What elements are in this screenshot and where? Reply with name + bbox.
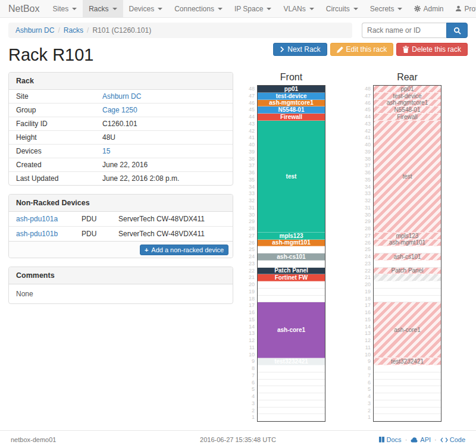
- unit-number: 31: [243, 205, 255, 212]
- nav-item-vlans[interactable]: VLANs: [277, 0, 320, 17]
- rack-info-panel: Rack SiteAshburn DCGroupCage 1250Facilit…: [8, 72, 233, 186]
- rack-device-front[interactable]: Fortinet FW: [258, 274, 325, 281]
- rack-device-front[interactable]: test: [258, 121, 325, 233]
- brand-logo[interactable]: NetBox: [8, 0, 39, 17]
- rack-device-rear[interactable]: Firewall: [374, 114, 441, 121]
- empty-unit: [258, 296, 325, 303]
- rear-unit-ruler: 4847464544434241403938373635343332313029…: [359, 86, 371, 422]
- rear-elevation: Rear 48474645444342414039383736353433323…: [359, 72, 441, 422]
- rack-device-rear[interactable]: test3232421: [374, 358, 441, 365]
- unit-number: 47: [243, 93, 255, 100]
- nav-item-profile[interactable]: Profile: [449, 0, 476, 17]
- unit-number: 34: [243, 184, 255, 191]
- breadcrumb-link[interactable]: Racks: [64, 26, 83, 35]
- rack-device-rear[interactable]: ash-core1: [374, 302, 441, 358]
- attr-value-link[interactable]: Ashburn DC: [102, 92, 141, 101]
- rack-device-front[interactable]: ash-mgmt101: [258, 240, 325, 247]
- main-menu: SitesRacksDevicesConnectionsIP SpaceVLAN…: [46, 0, 408, 17]
- unit-number: 30: [243, 212, 255, 219]
- add-nonracked-device-button[interactable]: + Add a non-racked device: [140, 245, 228, 255]
- rack-device-front[interactable]: ash-core1: [258, 302, 325, 358]
- attr-label: Group: [9, 104, 95, 117]
- empty-unit: [374, 372, 441, 380]
- empty-unit: [374, 261, 441, 268]
- caret-down-icon: [397, 8, 402, 10]
- breadcrumb-link[interactable]: Ashburn DC: [15, 26, 54, 35]
- rack-device-rear[interactable]: mpls123: [374, 233, 441, 240]
- rack-device-front[interactable]: pp01: [258, 86, 325, 93]
- unit-number: 2: [359, 408, 371, 415]
- unit-number: 17: [359, 302, 371, 309]
- nav-item-devices[interactable]: Devices: [123, 0, 169, 17]
- nav-item-circuits[interactable]: Circuits: [320, 0, 364, 17]
- user-icon: [455, 5, 462, 12]
- caret-down-icon: [267, 8, 271, 10]
- rack-device-rear[interactable]: [374, 274, 441, 281]
- rack-device-front[interactable]: Firewall: [258, 114, 325, 121]
- unit-number: 4: [243, 393, 255, 400]
- rack-search: [362, 23, 468, 38]
- unit-number: 48: [359, 86, 371, 93]
- rack-device-front[interactable]: test3232421: [258, 358, 325, 365]
- footer-hostname: netbox-demo01: [11, 436, 153, 443]
- rack-attr-row: GroupCage 1250: [9, 104, 233, 117]
- nav-item-ip-space[interactable]: IP Space: [228, 0, 277, 17]
- nav-item-connections[interactable]: Connections: [168, 0, 228, 17]
- rack-device-front[interactable]: ash-cs101: [258, 253, 325, 261]
- device-link[interactable]: ash-pdu101b: [16, 230, 58, 238]
- nav-item-label: VLANs: [283, 0, 305, 18]
- rack-device-front[interactable]: ash-mgmtcore1: [258, 100, 325, 107]
- unit-number: 41: [359, 134, 371, 142]
- next-rack-button[interactable]: Next Rack: [273, 43, 327, 56]
- rack-device-rear[interactable]: ash-cs101: [374, 253, 441, 261]
- delete-rack-button[interactable]: Delete this rack: [396, 43, 468, 56]
- nav-item-racks[interactable]: Racks: [83, 0, 123, 17]
- nav-item-admin[interactable]: Admin: [408, 0, 449, 17]
- rear-elevation-title: Rear: [373, 72, 441, 83]
- rack-device-rear[interactable]: test-device: [374, 93, 441, 100]
- footer: netbox-demo01 2016-06-27 15:35:48 UTC Do…: [0, 430, 476, 448]
- attr-value-link[interactable]: 15: [102, 147, 110, 155]
- footer-link-docs[interactable]: Docs: [378, 436, 402, 443]
- unit-number: 29: [243, 218, 255, 225]
- search-input[interactable]: [362, 23, 446, 38]
- nav-item-sites[interactable]: Sites: [46, 0, 83, 17]
- footer-link-api[interactable]: API: [411, 436, 431, 443]
- rack-device-front[interactable]: test-device: [258, 93, 325, 100]
- unit-number: 40: [359, 142, 371, 149]
- footer-link-code[interactable]: Code: [440, 436, 465, 443]
- unit-number: 13: [359, 330, 371, 337]
- unit-number: 48: [243, 86, 255, 93]
- device-link[interactable]: ash-pdu101a: [16, 215, 58, 223]
- empty-unit: [258, 393, 325, 400]
- edit-rack-button[interactable]: Edit this rack: [330, 43, 394, 56]
- empty-unit: [374, 246, 441, 253]
- unit-number: 13: [243, 330, 255, 337]
- rack-device-front[interactable]: N5548-01: [258, 106, 325, 114]
- attr-label: Devices: [9, 145, 95, 158]
- unit-number: 25: [359, 246, 371, 253]
- front-elevation-title: Front: [257, 72, 325, 83]
- rack-device-rear[interactable]: Patch Panel: [374, 268, 441, 275]
- front-elevation: Front 4847464544434241403938373635343332…: [243, 72, 325, 422]
- comments-body: None: [9, 284, 233, 303]
- rack-device-rear[interactable]: ash-mgmt101: [374, 240, 441, 247]
- unit-number: 21: [243, 274, 255, 281]
- rack-device-rear[interactable]: pp01: [374, 86, 441, 93]
- attr-label: Created: [9, 158, 95, 172]
- empty-unit: [258, 289, 325, 296]
- search-button[interactable]: [446, 23, 468, 38]
- rack-device-front[interactable]: Patch Panel: [258, 268, 325, 275]
- caret-down-icon: [112, 8, 117, 10]
- footer-links: Docs·API·Code: [323, 436, 465, 443]
- unit-number: 23: [243, 261, 255, 268]
- attr-value-link[interactable]: Cage 1250: [102, 106, 137, 114]
- unit-number: 9: [243, 358, 255, 365]
- breadcrumb-separator: /: [87, 26, 89, 35]
- rack-device-rear[interactable]: test: [374, 121, 441, 233]
- nav-item-secrets[interactable]: Secrets: [364, 0, 409, 17]
- rack-device-rear[interactable]: ash-mgmtcore1: [374, 100, 441, 107]
- rack-device-rear[interactable]: N5548-01: [374, 106, 441, 114]
- rack-device-front[interactable]: mpls123: [258, 233, 325, 240]
- empty-unit: [374, 408, 441, 415]
